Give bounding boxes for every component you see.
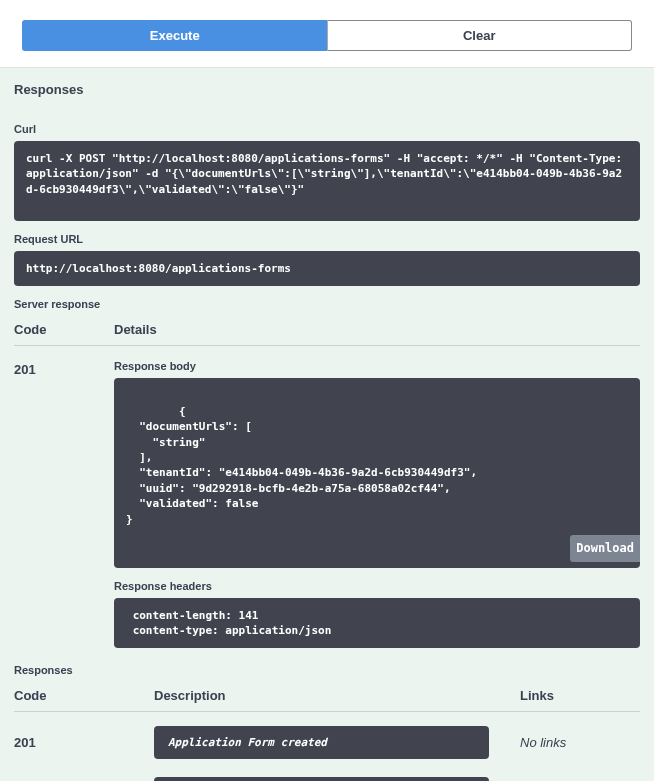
request-url-value[interactable]: http://localhost:8080/applications-forms [14,251,640,286]
response-body-label: Response body [114,360,640,372]
response-body-text: { "documentUrls": [ "string" ], "tenantI… [126,405,477,526]
details-header: Details [114,322,640,337]
rt-links-header: Links [520,688,640,703]
action-buttons-row: Execute Clear [0,0,654,67]
responses-table-row: 201 Application Form created No links [14,726,640,759]
response-details: Response body { "documentUrls": [ "strin… [114,360,640,660]
response-body-content[interactable]: { "documentUrls": [ "string" ], "tenantI… [114,378,640,567]
download-button[interactable]: Download [570,535,640,562]
responses-table-title: Responses [14,664,640,676]
response-headers-content[interactable]: content-length: 141 content-type: applic… [114,598,640,649]
execute-button[interactable]: Execute [22,20,327,51]
clear-button[interactable]: Clear [327,20,633,51]
curl-label: Curl [14,123,640,135]
request-url-label: Request URL [14,233,640,245]
server-response-row: 201 Response body { "documentUrls": [ "s… [14,360,640,660]
curl-command[interactable]: curl -X POST "http://localhost:8080/appl… [14,141,640,221]
rt-code: 201 [14,735,154,750]
responses-table-row: 400 Invalid request No links [14,777,640,781]
rt-desc-header: Description [154,688,520,703]
rt-desc: Invalid request [154,777,520,781]
responses-title: Responses [14,82,640,97]
code-header: Code [14,322,114,337]
rt-desc: Application Form created [154,726,520,759]
responses-section: Responses Curl curl -X POST "http://loca… [0,67,654,781]
response-code: 201 [14,360,114,377]
response-headers-label: Response headers [114,580,640,592]
responses-table-header: Code Description Links [14,682,640,712]
rt-desc-pill: Invalid request [154,777,489,781]
server-response-label: Server response [14,298,640,310]
server-response-header: Code Details [14,316,640,346]
rt-code-header: Code [14,688,154,703]
rt-links: No links [520,735,640,750]
rt-desc-pill: Application Form created [154,726,489,759]
